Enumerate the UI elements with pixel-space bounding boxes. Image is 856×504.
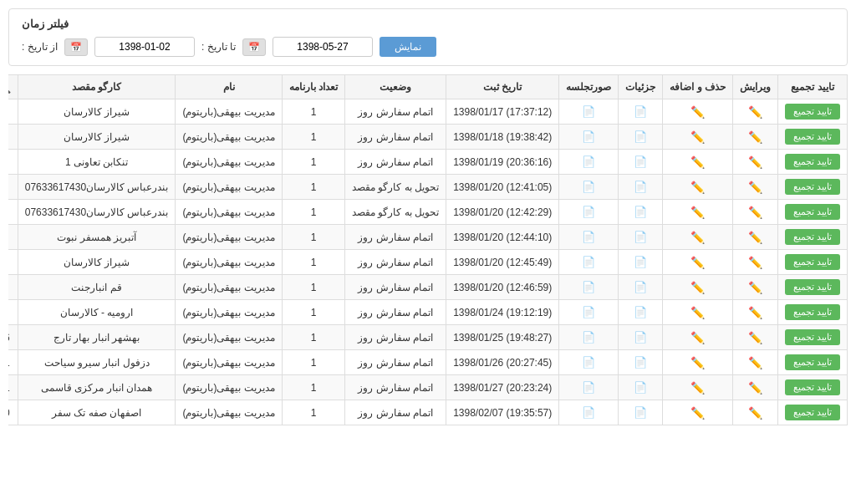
delete-add-icon[interactable]: ✏️ <box>690 105 705 119</box>
details-icon[interactable]: 📄 <box>634 381 647 394</box>
cell-cargo: بندرعباس کالارسان07633617430 <box>18 175 176 200</box>
edit-icon[interactable]: ✏️ <box>748 206 762 219</box>
search-icon[interactable]: 🔍 <box>8 80 11 94</box>
delete-add-icon[interactable]: ✏️ <box>690 155 705 169</box>
edit-icon[interactable]: ✏️ <box>748 181 762 194</box>
cell-count: 1 <box>282 400 344 425</box>
edit-icon[interactable]: ✏️ <box>748 406 762 420</box>
cell-cargo: شیراز کالارسان <box>18 99 176 125</box>
details-icon[interactable]: 📄 <box>634 155 647 168</box>
cell-edit: ✏️ <box>732 325 777 350</box>
cell-status: اتمام سفارش روز <box>345 300 446 325</box>
from-date-calendar-btn[interactable]: 📅 <box>64 38 88 56</box>
details-icon[interactable]: 📄 <box>634 306 647 318</box>
delete-add-icon[interactable]: ✏️ <box>690 231 705 244</box>
delete-add-icon[interactable]: ✏️ <box>690 256 705 269</box>
edit-icon[interactable]: ✏️ <box>748 155 762 169</box>
details-icon[interactable]: 📄 <box>634 406 647 419</box>
table-row: تایید تجمیع✏️✏️📄📄1398/01/17 (17:37:12)ات… <box>8 99 848 125</box>
cell-meeting: 📄 <box>559 225 619 250</box>
details-icon[interactable]: 📄 <box>634 105 647 118</box>
details-icon[interactable]: 📄 <box>634 331 647 344</box>
cell-name: مدیریت بیهقی(باریتوم) <box>176 225 282 250</box>
edit-icon[interactable]: ✏️ <box>748 281 762 294</box>
confirm-button[interactable]: تایید تجمیع <box>785 254 840 270</box>
delete-add-icon[interactable]: ✏️ <box>690 206 705 219</box>
cell-edit: ✏️ <box>732 200 777 225</box>
confirm-button[interactable]: تایید تجمیع <box>785 129 840 145</box>
confirm-button[interactable]: تایید تجمیع <box>785 204 840 220</box>
cell-cargo: بندرعباس کالارسان07633617430 <box>18 200 176 225</box>
confirm-button[interactable]: تایید تجمیع <box>785 304 840 320</box>
cell-tracking: 79801199078 <box>8 250 18 275</box>
edit-icon[interactable]: ✏️ <box>748 256 762 269</box>
confirm-button[interactable]: تایید تجمیع <box>785 379 840 395</box>
meeting-icon[interactable]: 📄 <box>582 130 595 143</box>
details-icon[interactable]: 📄 <box>634 281 647 293</box>
show-button[interactable]: نمایش <box>380 37 436 57</box>
delete-add-icon[interactable]: ✏️ <box>690 306 705 319</box>
confirm-button[interactable]: تایید تجمیع <box>785 229 840 245</box>
details-icon[interactable]: 📄 <box>634 256 647 268</box>
col-meeting: صورتجلسه <box>559 75 619 99</box>
details-icon[interactable]: 📄 <box>634 231 647 243</box>
cell-details: 📄 <box>619 200 663 225</box>
delete-add-icon[interactable]: ✏️ <box>690 406 705 420</box>
confirm-button[interactable]: تایید تجمیع <box>785 329 840 345</box>
edit-icon[interactable]: ✏️ <box>748 105 762 119</box>
edit-icon[interactable]: ✏️ <box>748 331 762 344</box>
meeting-icon[interactable]: 📄 <box>582 306 595 318</box>
to-date-calendar-btn[interactable]: 📅 <box>242 38 266 56</box>
from-date-input[interactable] <box>94 37 195 57</box>
edit-icon[interactable]: ✏️ <box>748 130 762 144</box>
delete-add-icon[interactable]: ✏️ <box>690 381 705 395</box>
delete-add-icon[interactable]: ✏️ <box>690 181 705 194</box>
meeting-icon[interactable]: 📄 <box>582 181 595 193</box>
cell-date: 1398/01/20 (12:46:59) <box>446 275 559 300</box>
meeting-icon[interactable]: 📄 <box>582 356 595 369</box>
meeting-icon[interactable]: 📄 <box>582 206 595 218</box>
meeting-icon[interactable]: 📄 <box>582 406 595 419</box>
cell-details: 📄 <box>619 150 663 175</box>
cell-delete-add: ✏️ <box>663 325 733 350</box>
edit-icon[interactable]: ✏️ <box>748 231 762 244</box>
meeting-icon[interactable]: 📄 <box>582 381 595 394</box>
details-icon[interactable]: 📄 <box>634 206 647 218</box>
filter-row: نمایش 📅 تا تاریخ : 📅 از تاریخ : <box>22 37 834 57</box>
confirm-button[interactable]: تایید تجمیع <box>785 279 840 295</box>
cell-meeting: 📄 <box>559 150 619 175</box>
cell-count: 1 <box>282 150 344 175</box>
details-icon[interactable]: 📄 <box>634 356 647 369</box>
details-icon[interactable]: 📄 <box>634 181 647 193</box>
confirm-button[interactable]: تایید تجمیع <box>785 104 840 120</box>
col-status: وضعیت <box>345 75 446 99</box>
meeting-icon[interactable]: 📄 <box>582 256 595 268</box>
cell-name: مدیریت بیهقی(باریتوم) <box>176 375 282 400</box>
confirm-button[interactable]: تایید تجمیع <box>785 354 840 370</box>
col-confirm: تایید تجمیع <box>777 75 847 99</box>
meeting-icon[interactable]: 📄 <box>582 231 595 243</box>
to-date-input[interactable] <box>273 37 373 57</box>
delete-add-icon[interactable]: ✏️ <box>690 331 705 344</box>
meeting-icon[interactable]: 📄 <box>582 281 595 293</box>
edit-icon[interactable]: ✏️ <box>748 356 762 369</box>
meeting-icon[interactable]: 📄 <box>582 105 595 118</box>
meeting-icon[interactable]: 📄 <box>582 331 595 344</box>
edit-icon[interactable]: ✏️ <box>748 381 762 395</box>
cell-status: اتمام سفارش روز <box>345 225 446 250</box>
cell-date: 1398/01/19 (20:36:16) <box>446 150 559 175</box>
delete-add-icon[interactable]: ✏️ <box>690 281 705 294</box>
cell-meeting: 📄 <box>559 300 619 325</box>
cell-tracking: 49801128803 <box>8 175 18 200</box>
confirm-button[interactable]: تایید تجمیع <box>785 405 840 420</box>
meeting-icon[interactable]: 📄 <box>582 155 595 168</box>
cell-status: اتمام سفارش روز <box>345 400 446 425</box>
edit-icon[interactable]: ✏️ <box>748 306 762 319</box>
confirm-button[interactable]: تایید تجمیع <box>785 179 840 195</box>
cell-edit: ✏️ <box>732 250 777 275</box>
delete-add-icon[interactable]: ✏️ <box>690 130 705 144</box>
confirm-button[interactable]: تایید تجمیع <box>785 154 840 170</box>
cell-meeting: 📄 <box>559 200 619 225</box>
details-icon[interactable]: 📄 <box>634 130 647 143</box>
delete-add-icon[interactable]: ✏️ <box>690 356 705 369</box>
